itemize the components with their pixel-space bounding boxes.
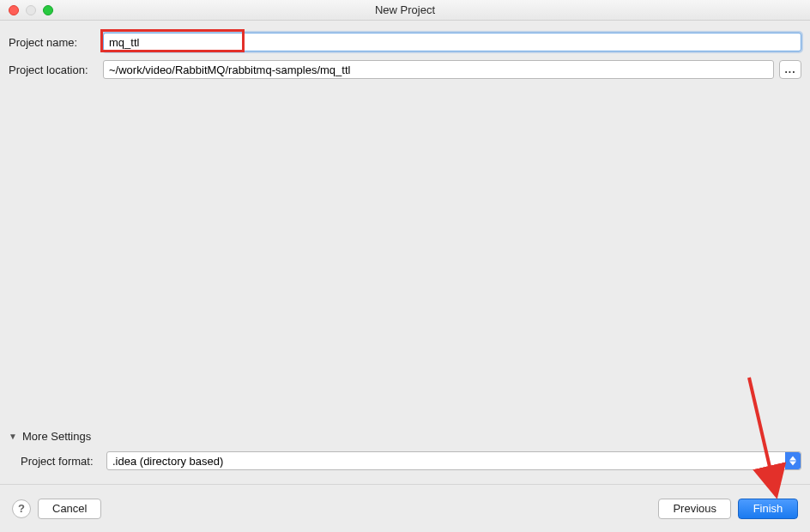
- close-window-button[interactable]: [9, 5, 19, 15]
- previous-button[interactable]: Previous: [658, 499, 731, 519]
- disclosure-down-icon: ▼: [9, 432, 19, 441]
- cancel-button[interactable]: Cancel: [38, 499, 101, 519]
- project-format-row: Project format:: [9, 451, 801, 470]
- project-format-select[interactable]: [106, 451, 801, 470]
- window-controls: [0, 5, 53, 15]
- help-button[interactable]: ?: [12, 499, 31, 518]
- more-settings-toggle[interactable]: ▼ More Settings: [9, 430, 801, 443]
- maximize-window-button[interactable]: [43, 5, 53, 15]
- project-format-label: Project format:: [21, 455, 106, 468]
- project-name-row: Project name:: [9, 33, 801, 51]
- dialog-footer: ? Cancel Previous Finish: [0, 484, 810, 532]
- project-name-input[interactable]: [103, 33, 801, 51]
- project-name-label: Project name:: [9, 36, 103, 49]
- project-location-row: Project location: ...: [9, 60, 801, 79]
- more-settings-section: ▼ More Settings Project format:: [9, 430, 801, 470]
- more-settings-label: More Settings: [22, 430, 91, 443]
- project-location-label: Project location:: [9, 63, 103, 76]
- browse-location-button[interactable]: ...: [779, 60, 801, 79]
- project-location-input[interactable]: [103, 60, 774, 79]
- finish-button[interactable]: Finish: [738, 499, 798, 519]
- dialog-content: Project name: Project location: ...: [0, 21, 810, 79]
- titlebar: New Project: [0, 0, 810, 21]
- window-title: New Project: [0, 3, 810, 16]
- minimize-window-button[interactable]: [26, 5, 36, 15]
